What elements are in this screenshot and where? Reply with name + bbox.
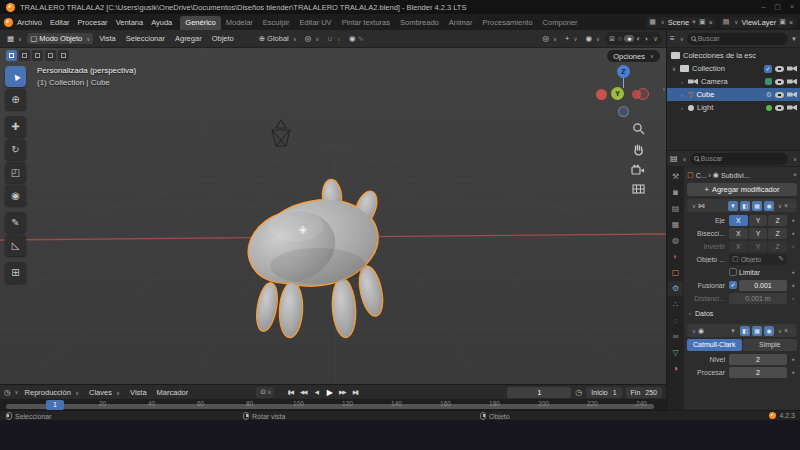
merge-value-field[interactable]: 0.001: [739, 280, 787, 291]
render-visibility-icon[interactable]: [787, 79, 797, 85]
gizmo-y-axis[interactable]: Y: [611, 87, 624, 100]
menu-marcador[interactable]: Marcador: [153, 388, 193, 397]
pivot-point-dropdown[interactable]: ◎ ∨: [302, 33, 323, 44]
menu-objeto[interactable]: Objeto: [208, 34, 238, 43]
tab-particles[interactable]: ∴: [668, 297, 683, 312]
tab-output[interactable]: ▤: [668, 201, 683, 216]
keyframe-dot-icon[interactable]: ●: [789, 356, 797, 362]
keyframe-dot-icon[interactable]: ●: [789, 243, 797, 249]
auto-keying-button[interactable]: ⊙ ∨: [256, 387, 274, 398]
gizmo-x-axis[interactable]: [596, 89, 607, 100]
transform-tool[interactable]: ◉: [5, 185, 26, 206]
select-mode-extend[interactable]: [58, 50, 69, 61]
tab-modifiers[interactable]: ⚙: [668, 281, 683, 296]
rotate-tool[interactable]: ↻: [5, 139, 26, 160]
toggle-render[interactable]: ◉: [764, 201, 774, 211]
viewlayer-selector[interactable]: ▤ ∨ ViewLayer ▣ ×: [720, 17, 796, 28]
jump-to-start-button[interactable]: ▮◀: [284, 387, 296, 398]
breadcrumb-object[interactable]: C...: [696, 172, 707, 179]
tab-world[interactable]: ◐: [668, 249, 683, 264]
current-frame-field[interactable]: 1: [507, 387, 571, 398]
shading-solid-button[interactable]: ●: [624, 35, 634, 42]
expand-icon[interactable]: ∨: [692, 328, 696, 334]
select-mode-circle[interactable]: [32, 50, 43, 61]
sidebar-toggle-icon[interactable]: ›: [663, 86, 665, 93]
new-scene-icon[interactable]: ▣: [699, 18, 706, 26]
toggle-edit-mode[interactable]: ◧: [740, 201, 750, 211]
tab-esculpir[interactable]: Esculpir: [258, 16, 295, 30]
selectability-dropdown[interactable]: ◎ ∨: [539, 33, 560, 44]
app-menu-icon[interactable]: [4, 18, 13, 27]
current-frame-indicator[interactable]: 1: [46, 400, 64, 410]
chevron-down-icon[interactable]: ∨: [652, 35, 659, 43]
scale-tool[interactable]: ◰: [5, 162, 26, 183]
maximize-button[interactable]: ▢: [774, 3, 781, 11]
xray-toggle[interactable]: ⊠: [608, 35, 616, 43]
extras-icon[interactable]: ∨: [778, 328, 782, 334]
shading-wireframe-button[interactable]: ○: [617, 35, 623, 42]
outliner-row-camera[interactable]: › Camera: [667, 75, 800, 88]
timeline-editor-icon[interactable]: ◷: [4, 388, 11, 397]
distance-value-field[interactable]: 0.001 m: [729, 293, 787, 304]
tab-material[interactable]: ◑: [668, 361, 683, 376]
pin-icon[interactable]: ⌖: [793, 171, 797, 179]
tab-scene[interactable]: ◍: [668, 233, 683, 248]
flip-z-button[interactable]: Z: [768, 241, 787, 252]
menu-vista[interactable]: Vista: [95, 34, 120, 43]
toggle-realtime[interactable]: ▦: [752, 326, 762, 336]
expand-icon[interactable]: ›: [679, 92, 685, 98]
render-levels-field[interactable]: 2: [729, 367, 787, 378]
collection-checkbox[interactable]: ✓: [764, 65, 772, 73]
levels-field[interactable]: 2: [729, 354, 787, 365]
add-cube-tool[interactable]: ⊞: [5, 262, 26, 283]
chevron-down-icon[interactable]: ∨: [793, 156, 797, 162]
navigation-gizmo[interactable]: Z Y: [596, 65, 650, 119]
orthographic-grid-icon[interactable]: [632, 183, 645, 195]
gizmos-dropdown[interactable]: + ∨: [562, 33, 580, 44]
editor-type-button[interactable]: ▦ ∨: [4, 33, 25, 44]
start-frame-field[interactable]: Inicio 1: [586, 387, 621, 398]
minimize-button[interactable]: –: [761, 3, 765, 11]
bisect-z-button[interactable]: Z: [768, 228, 787, 239]
properties-search-input[interactable]: [701, 155, 784, 162]
subdiv-modifier-header[interactable]: ∨ ◉ ▼ ◧ ▦ ◉ ∨ × ∷: [687, 324, 797, 337]
keyframe-dot-icon[interactable]: ●: [789, 217, 797, 223]
flip-y-button[interactable]: Y: [749, 241, 768, 252]
tab-render[interactable]: ◙: [668, 185, 683, 200]
cursor-tool[interactable]: ⊕: [5, 89, 26, 110]
eyedropper-icon[interactable]: ✎: [778, 255, 784, 263]
keyframe-dot-icon[interactable]: ●: [789, 282, 797, 288]
menu-agregar[interactable]: Agregar: [171, 34, 206, 43]
flip-x-button[interactable]: X: [729, 241, 748, 252]
next-keyframe-button[interactable]: ▶▶: [336, 387, 348, 398]
menu-vista-timeline[interactable]: Vista: [126, 388, 151, 397]
menu-claves[interactable]: Claves ∨: [85, 388, 124, 397]
filter-icon[interactable]: ▼: [791, 36, 797, 42]
select-mode-tweak[interactable]: [6, 50, 17, 61]
close-button[interactable]: ×: [790, 3, 794, 11]
eye-icon[interactable]: [775, 105, 784, 111]
menu-ayuda[interactable]: Ayuda: [147, 18, 176, 27]
tab-modelar[interactable]: Modelar: [221, 16, 258, 30]
drag-handle-icon[interactable]: ∷: [790, 327, 794, 334]
gizmo-x-neg-axis[interactable]: [637, 88, 649, 100]
render-visibility-icon[interactable]: [787, 66, 797, 72]
menu-procesar[interactable]: Procesar: [74, 18, 112, 27]
pan-hand-icon[interactable]: [632, 143, 645, 156]
clipping-checkbox[interactable]: [729, 268, 737, 276]
simple-button[interactable]: Simple: [743, 339, 798, 351]
toggle-on-cage[interactable]: ▼: [728, 201, 738, 211]
toggle-render[interactable]: ◉: [764, 326, 774, 336]
selected-mesh-object[interactable]: [239, 179, 386, 337]
tab-tool[interactable]: ⚒: [668, 169, 683, 184]
catmull-clark-button[interactable]: Catmull-Clark: [687, 339, 742, 351]
menu-editar[interactable]: Editar: [46, 18, 74, 27]
mode-dropdown[interactable]: ▢ Modo Objeto ∨: [27, 33, 93, 44]
delete-modifier-icon[interactable]: ×: [784, 202, 788, 209]
viewport-3d[interactable]: Personalizada (perspectiva) (1) Collecti…: [0, 48, 666, 384]
toggle-realtime[interactable]: ▦: [752, 201, 762, 211]
options-button[interactable]: Opciones ∨: [607, 50, 660, 62]
keyframe-dot-icon[interactable]: ●: [789, 369, 797, 375]
menu-archivo[interactable]: Archivo: [13, 18, 46, 27]
tab-generico[interactable]: Genérico: [180, 16, 220, 30]
